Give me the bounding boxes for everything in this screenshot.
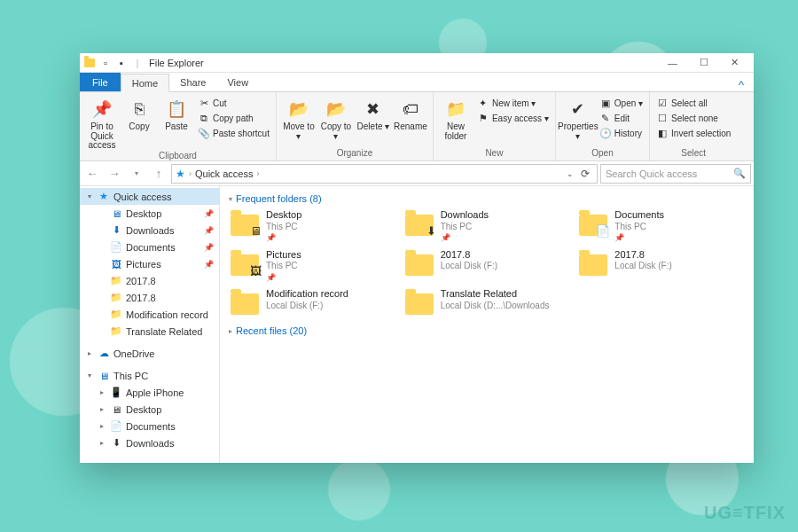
folder-item-documents[interactable]: 📄DocumentsThis PC📌 <box>577 209 745 244</box>
desktop-icon: 🖥 <box>110 207 122 220</box>
folder-item-downloads[interactable]: ⬇DownloadsThis PC📌 <box>403 209 571 244</box>
tab-view[interactable]: View <box>216 73 259 91</box>
select-none-icon: ☐ <box>656 112 669 124</box>
folder-icon <box>403 249 435 278</box>
search-placeholder: Search Quick access <box>606 168 697 179</box>
paste-button[interactable]: 📋 Paste <box>159 95 194 151</box>
move-to-button[interactable]: 📂Move to ▾ <box>281 95 317 148</box>
ribbon-group-organize: 📂Move to ▾ 📂Copy to ▾ ✖Delete ▾ 🏷Rename … <box>277 92 434 160</box>
sidebar-item-2017-8[interactable]: 📁2017.8 <box>80 289 219 306</box>
new-folder-icon: 📁 <box>443 97 468 121</box>
quick-access-star-icon: ★ <box>176 168 185 180</box>
frequent-folders-grid: 🖥DesktopThis PC📌⬇DownloadsThis PC📌📄Docum… <box>229 209 745 317</box>
documents-icon: 📄 <box>110 420 122 433</box>
sidebar-item-apple-iphone[interactable]: ▸📱Apple iPhone <box>80 384 219 401</box>
qat-icons: ▫ ▪ | <box>83 57 144 69</box>
folder-icon: 🖼 <box>229 249 261 278</box>
folder-icon <box>577 249 609 278</box>
close-button[interactable]: ✕ <box>719 53 750 73</box>
folder-item-2017-8[interactable]: 2017.8Local Disk (F:) <box>403 249 571 284</box>
new-item-button[interactable]: ✦New item ▾ <box>475 96 551 110</box>
chevron-right-icon[interactable]: ▸ <box>98 422 106 430</box>
pin-icon: 📌 <box>441 233 489 243</box>
properties-icon: ✔ <box>566 97 591 121</box>
chevron-right-icon: ▸ <box>229 327 232 335</box>
sidebar-item-translate-related[interactable]: 📁Translate Related <box>80 323 219 340</box>
sidebar-item-documents[interactable]: 📄Documents📌 <box>80 239 219 255</box>
app-icon <box>83 57 96 69</box>
qat-new-icon[interactable]: ▫ <box>99 57 112 69</box>
minimize-button[interactable]: — <box>657 53 688 73</box>
sidebar-item-desktop[interactable]: ▸🖥Desktop <box>80 401 219 418</box>
tab-file[interactable]: File <box>80 73 121 91</box>
sidebar-item-2017-8[interactable]: 📁2017.8 <box>80 272 219 289</box>
qat-props-icon[interactable]: ▪ <box>115 57 128 69</box>
frequent-folders-header[interactable]: ▾ Frequent folders (8) <box>229 193 745 204</box>
star-icon: ★ <box>98 191 110 203</box>
copy-path-button[interactable]: ⧉Copy path <box>196 111 271 125</box>
delete-button[interactable]: ✖Delete ▾ <box>356 95 391 148</box>
cut-button[interactable]: ✂Cut <box>196 96 271 110</box>
chevron-right-icon[interactable]: ▸ <box>98 405 106 413</box>
tab-share[interactable]: Share <box>169 73 216 91</box>
cut-icon: ✂ <box>198 97 210 109</box>
pin-quick-access-button[interactable]: 📌 Pin to Quick access <box>84 95 120 151</box>
invert-selection-button[interactable]: ◧Invert selection <box>654 126 732 140</box>
properties-button[interactable]: ✔Properties ▾ <box>560 95 596 148</box>
tab-home[interactable]: Home <box>121 74 169 92</box>
address-drop-button[interactable]: ⌄ <box>567 169 574 178</box>
up-button[interactable]: ↑ <box>149 164 168 184</box>
sidebar-item-downloads[interactable]: ▸⬇Downloads <box>80 434 219 451</box>
copy-button[interactable]: ⎘ Copy <box>121 95 157 151</box>
search-icon: 🔍 <box>733 168 746 179</box>
chevron-right-icon[interactable]: ▸ <box>85 349 94 357</box>
maximize-button[interactable]: ☐ <box>688 53 719 73</box>
sidebar-this-pc[interactable]: ▾ 🖥 This PC <box>80 367 219 384</box>
watermark: UG≡TFIX <box>704 503 786 523</box>
sidebar-onedrive[interactable]: ▸ ☁ OneDrive <box>80 345 219 362</box>
easy-access-button[interactable]: ⚑Easy access ▾ <box>475 111 551 125</box>
rename-button[interactable]: 🏷Rename <box>393 95 428 148</box>
open-button[interactable]: ▣Open ▾ <box>598 96 645 110</box>
folder-item-pictures[interactable]: 🖼PicturesThis PC📌 <box>229 249 396 284</box>
sidebar-item-documents[interactable]: ▸📄Documents <box>80 418 219 434</box>
sidebar-item-pictures[interactable]: 🖼Pictures📌 <box>80 255 219 272</box>
history-button[interactable]: 🕑History <box>598 126 645 140</box>
folder-item-desktop[interactable]: 🖥DesktopThis PC📌 <box>229 209 396 244</box>
folder-icon: 📁 <box>110 275 122 287</box>
folder-item-translate-related[interactable]: Translate RelatedLocal Disk (D:...\Downl… <box>403 288 571 317</box>
forward-button[interactable]: → <box>105 164 124 184</box>
folder-badge-icon: 🖼 <box>250 264 262 278</box>
pin-icon: 📌 <box>204 209 214 218</box>
back-button[interactable]: ← <box>82 164 102 184</box>
sidebar-item-modification-record[interactable]: 📁Modification record <box>80 306 219 323</box>
sidebar-item-downloads[interactable]: ⬇Downloads📌 <box>80 222 219 239</box>
sidebar-quick-access[interactable]: ▾ ★ Quick access <box>80 188 219 205</box>
chevron-right-icon[interactable]: ▸ <box>98 388 106 396</box>
select-all-button[interactable]: ☑Select all <box>654 96 732 110</box>
folder-badge-icon: 📄 <box>596 224 610 238</box>
chevron-down-icon[interactable]: ▾ <box>85 372 94 379</box>
address-bar[interactable]: ★ › Quick access › ⌄ ⟳ <box>171 164 598 184</box>
edit-icon: ✎ <box>599 112 612 124</box>
new-folder-button[interactable]: 📁New folder <box>438 95 473 148</box>
search-box[interactable]: Search Quick access 🔍 <box>600 164 751 184</box>
breadcrumb-root[interactable]: Quick access <box>195 168 253 179</box>
refresh-button[interactable]: ⟳ <box>577 168 593 180</box>
recent-locations-button[interactable]: ▾ <box>127 164 146 184</box>
folder-icon: ⬇ <box>403 209 435 238</box>
collapse-ribbon-button[interactable]: ^ <box>732 78 751 91</box>
folder-item-modification-record[interactable]: Modification recordLocal Disk (F:) <box>229 288 396 317</box>
folder-item-2017-8[interactable]: 2017.8Local Disk (F:) <box>577 249 745 284</box>
chevron-right-icon[interactable]: ▸ <box>98 439 106 447</box>
cloud-icon: ☁ <box>98 348 110 360</box>
pin-icon: 📌 <box>204 226 214 235</box>
copy-path-icon: ⧉ <box>198 112 210 124</box>
paste-shortcut-button[interactable]: 📎Paste shortcut <box>196 126 271 140</box>
copy-to-button[interactable]: 📂Copy to ▾ <box>318 95 354 148</box>
select-none-button[interactable]: ☐Select none <box>654 111 732 125</box>
chevron-down-icon[interactable]: ▾ <box>85 192 94 200</box>
sidebar-item-desktop[interactable]: 🖥Desktop📌 <box>80 205 219 222</box>
edit-button[interactable]: ✎Edit <box>598 111 645 125</box>
recent-files-header[interactable]: ▸ Recent files (20) <box>229 325 745 336</box>
